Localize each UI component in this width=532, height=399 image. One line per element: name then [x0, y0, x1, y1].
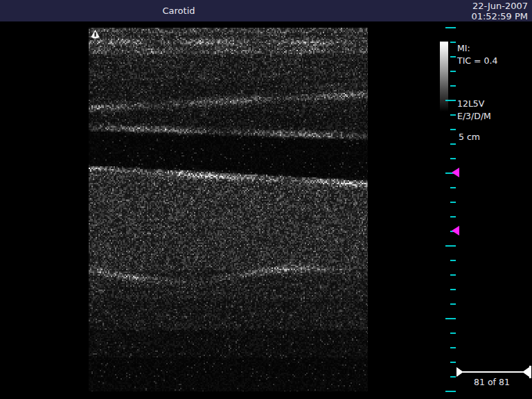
ruler-tick [450, 332, 456, 334]
ruler-tick [445, 318, 456, 319]
tic-label: TIC = 0.4 [457, 55, 497, 67]
depth-label: 5 cm [459, 132, 480, 142]
header-bar: Carotid 22-Jun-2007 01:52:59 PM [0, 0, 532, 21]
mi-label: MI: [457, 42, 497, 55]
ruler-tick [445, 100, 456, 101]
ultrasound-image [89, 28, 368, 391]
ruler-tick [450, 303, 456, 305]
ruler-tick [445, 27, 456, 28]
ruler-tick [450, 362, 456, 363]
date-label: 22-Jun-2007 [471, 1, 528, 11]
ruler-tick [450, 158, 456, 159]
ruler-tick [450, 347, 456, 348]
cine-end-bar [529, 366, 531, 378]
ruler-tick [450, 129, 456, 130]
ruler-tick [450, 71, 456, 72]
focus-marker-icon [452, 168, 459, 177]
bmode-image-canvas [89, 28, 368, 391]
ruler-tick [450, 85, 456, 87]
ruler-tick [450, 260, 456, 261]
ruler-tick [450, 289, 456, 290]
ruler-tick [450, 376, 456, 378]
time-label: 01:52:59 PM [471, 11, 528, 21]
ruler-tick [445, 245, 456, 247]
ruler-tick [450, 42, 456, 43]
ruler-tick [450, 216, 456, 218]
ruler-tick [450, 56, 456, 57]
ruler-tick [450, 114, 456, 116]
probe-orientation-icon [90, 29, 100, 39]
imaging-mode-label: E/3/D/M [457, 110, 491, 123]
focus-marker-icon [452, 226, 459, 236]
frame-counter: 81 of 81 [457, 377, 526, 387]
probe-settings-block: 12L5V E/3/D/M [457, 98, 491, 123]
cine-track[interactable] [463, 371, 524, 373]
datetime: 22-Jun-2007 01:52:59 PM [471, 1, 528, 21]
exam-type-label: Carotid [89, 6, 269, 16]
ruler-tick [445, 391, 456, 392]
cine-end-marker-icon [522, 367, 529, 377]
transducer-label: 12L5V [457, 98, 491, 110]
output-power-block: MI: TIC = 0.4 [457, 42, 497, 67]
ultrasound-screen: Carotid 22-Jun-2007 01:52:59 PM MI: TIC … [0, 0, 532, 399]
ruler-tick [450, 187, 456, 188]
ruler-tick [450, 143, 456, 145]
ruler-tick [450, 202, 456, 203]
ruler-tick [450, 274, 456, 276]
